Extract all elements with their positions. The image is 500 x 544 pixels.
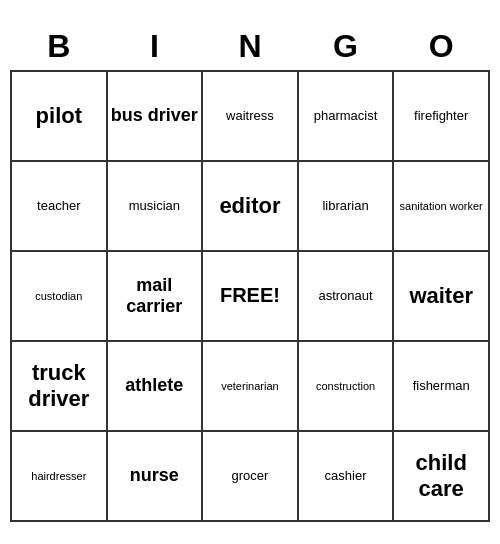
- bingo-cell-r2-c1[interactable]: mail carrier: [107, 251, 203, 341]
- bingo-cell-r3-c2[interactable]: veterinarian: [202, 341, 298, 431]
- bingo-cell-r1-c4[interactable]: sanitation worker: [393, 161, 489, 251]
- bingo-cell-r2-c3[interactable]: astronaut: [298, 251, 394, 341]
- bingo-header-o: O: [393, 23, 489, 71]
- bingo-cell-r4-c4[interactable]: child care: [393, 431, 489, 521]
- bingo-cell-r1-c0[interactable]: teacher: [11, 161, 107, 251]
- bingo-cell-r1-c3[interactable]: librarian: [298, 161, 394, 251]
- bingo-card: BINGO pilotbus driverwaitresspharmacistf…: [10, 23, 490, 522]
- bingo-cell-r1-c2[interactable]: editor: [202, 161, 298, 251]
- bingo-header-n: N: [202, 23, 298, 71]
- bingo-cell-r3-c4[interactable]: fisherman: [393, 341, 489, 431]
- bingo-cell-r4-c1[interactable]: nurse: [107, 431, 203, 521]
- bingo-cell-r4-c3[interactable]: cashier: [298, 431, 394, 521]
- bingo-cell-r1-c1[interactable]: musician: [107, 161, 203, 251]
- bingo-header-g: G: [298, 23, 394, 71]
- bingo-cell-r3-c3[interactable]: construction: [298, 341, 394, 431]
- bingo-header-b: B: [11, 23, 107, 71]
- bingo-cell-r3-c0[interactable]: truck driver: [11, 341, 107, 431]
- bingo-cell-r4-c0[interactable]: hairdresser: [11, 431, 107, 521]
- bingo-cell-r2-c4[interactable]: waiter: [393, 251, 489, 341]
- bingo-cell-r3-c1[interactable]: athlete: [107, 341, 203, 431]
- bingo-cell-r2-c2[interactable]: FREE!: [202, 251, 298, 341]
- bingo-cell-r0-c3[interactable]: pharmacist: [298, 71, 394, 161]
- bingo-cell-r0-c2[interactable]: waitress: [202, 71, 298, 161]
- bingo-cell-r0-c4[interactable]: firefighter: [393, 71, 489, 161]
- bingo-header-i: I: [107, 23, 203, 71]
- bingo-cell-r4-c2[interactable]: grocer: [202, 431, 298, 521]
- bingo-cell-r0-c0[interactable]: pilot: [11, 71, 107, 161]
- bingo-cell-r2-c0[interactable]: custodian: [11, 251, 107, 341]
- bingo-cell-r0-c1[interactable]: bus driver: [107, 71, 203, 161]
